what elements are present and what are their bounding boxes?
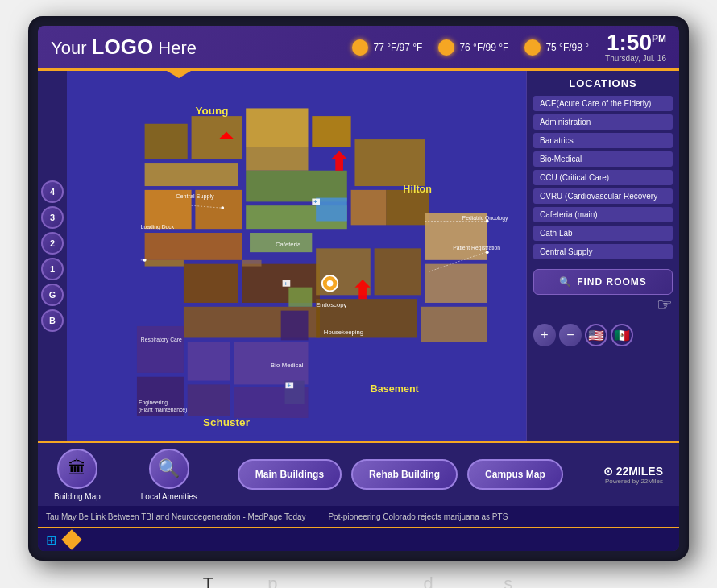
svg-rect-22 bbox=[188, 384, 230, 416]
svg-rect-5 bbox=[246, 147, 308, 171]
floor-btn-b[interactable]: B bbox=[41, 309, 64, 332]
svg-rect-10 bbox=[246, 171, 347, 202]
floor-selector: 4 3 2 1 G B bbox=[38, 71, 67, 441]
svg-rect-19 bbox=[137, 326, 184, 373]
logo-area: Your LOGO Here bbox=[51, 35, 197, 60]
weather-item-2: 76 °F/99 °F bbox=[438, 39, 508, 56]
svg-rect-7 bbox=[354, 139, 425, 186]
ticker-text: Tau May Be Link Between TBI and Neurodeg… bbox=[46, 512, 508, 521]
location-cath-lab[interactable]: Cath Lab bbox=[533, 226, 673, 241]
location-central-supply[interactable]: Central Supply bbox=[533, 244, 673, 259]
local-amenities-btn[interactable]: 🔍 Local Amenities bbox=[141, 449, 197, 501]
svg-text:Young: Young bbox=[195, 105, 228, 117]
right-panel: LOCATIONS ACE(Acute Care of the Elderly)… bbox=[526, 71, 679, 441]
svg-text:Central Supply: Central Supply bbox=[176, 193, 214, 200]
logo-bold: LOGO bbox=[92, 35, 154, 59]
hospital-map-svg: Young Hilton Basement Schuster Cafeteria… bbox=[67, 71, 526, 441]
screen-inner: Your LOGO Here 77 °F/97 °F 76 °F/99 °F 7… bbox=[38, 26, 679, 551]
floor-btn-3[interactable]: 3 bbox=[41, 206, 64, 229]
building-map-label: Building Map bbox=[54, 492, 101, 501]
find-rooms-button[interactable]: 🔍 FIND ROOMS bbox=[533, 269, 673, 295]
svg-text:Hilton: Hilton bbox=[403, 184, 432, 195]
zoom-controls: + − 🇺🇸 🇲🇽 bbox=[533, 324, 673, 346]
svg-rect-9 bbox=[351, 190, 386, 225]
svg-point-46 bbox=[486, 251, 489, 254]
location-cvru[interactable]: CVRU (Cardiovascular Recovery bbox=[533, 188, 673, 204]
bottom-nav: 🏛 Building Map 🔍 Local Amenities Main Bu… bbox=[38, 441, 679, 506]
powered-by: ⊙ 22MILES Powered by 22Miles bbox=[603, 465, 663, 485]
weather-item-3: 75 °F/98 ° bbox=[524, 39, 589, 56]
svg-text:Bio-Medical: Bio-Medical bbox=[271, 362, 304, 369]
building-map-icon: 🏛 bbox=[57, 449, 97, 489]
svg-text:Engineering: Engineering bbox=[139, 400, 168, 406]
screen: Your LOGO Here 77 °F/97 °F 76 °F/99 °F 7… bbox=[28, 16, 689, 561]
map-area: Young Hilton Basement Schuster Cafeteria… bbox=[67, 71, 526, 441]
local-amenities-label: Local Amenities bbox=[141, 492, 197, 501]
header: Your LOGO Here 77 °F/97 °F 76 °F/99 °F 7… bbox=[38, 26, 679, 71]
svg-rect-3 bbox=[145, 163, 238, 186]
location-ace[interactable]: ACE(Acute Care of the Elderly) bbox=[533, 96, 673, 111]
svg-text:(Plant maintenance): (Plant maintenance) bbox=[139, 407, 187, 413]
time-block: 1:50PM Thursday, Jul. 16 bbox=[605, 31, 666, 63]
zoom-in-button[interactable]: + bbox=[533, 324, 556, 346]
svg-rect-1 bbox=[145, 124, 188, 159]
svg-rect-8 bbox=[386, 190, 429, 225]
sun-icon-1 bbox=[352, 39, 368, 56]
svg-point-42 bbox=[221, 206, 224, 209]
location-biomedical[interactable]: Bio-Medical bbox=[533, 151, 673, 167]
svg-rect-36 bbox=[242, 260, 261, 267]
time-date: Thursday, Jul. 16 bbox=[605, 54, 666, 63]
svg-rect-15 bbox=[145, 233, 242, 260]
building-map-btn[interactable]: 🏛 Building Map bbox=[54, 449, 101, 501]
locations-title: LOCATIONS bbox=[533, 77, 673, 89]
hand-cursor-icon: ☞ bbox=[533, 295, 673, 316]
main-buildings-btn[interactable]: Main Buildings bbox=[238, 459, 342, 490]
svg-rect-4 bbox=[246, 108, 308, 147]
svg-text:Housekeeping: Housekeeping bbox=[324, 329, 363, 336]
campus-map-btn[interactable]: Campus Map bbox=[467, 459, 563, 490]
svg-rect-2 bbox=[192, 116, 242, 159]
svg-rect-27 bbox=[375, 248, 421, 295]
svg-rect-21 bbox=[188, 342, 230, 380]
svg-rect-6 bbox=[312, 116, 350, 147]
svg-text:Respiratory Care: Respiratory Care bbox=[141, 337, 182, 343]
flag-mexico[interactable]: 🇲🇽 bbox=[611, 324, 633, 346]
local-amenities-icon: 🔍 bbox=[149, 449, 189, 489]
weather-time: 77 °F/97 °F 76 °F/99 °F 75 °F/98 ° 1:50P… bbox=[352, 31, 666, 63]
floor-btn-g[interactable]: G bbox=[41, 284, 64, 306]
flag-usa[interactable]: 🇺🇸 bbox=[585, 324, 607, 346]
svg-text:Loading Dock: Loading Dock bbox=[141, 224, 175, 230]
logo-text: Your LOGO Here bbox=[51, 35, 197, 60]
sun-icon-2 bbox=[438, 39, 454, 56]
svg-text:Pediatric Oncology: Pediatric Oncology bbox=[462, 215, 508, 222]
svg-text:+: + bbox=[284, 280, 288, 288]
weather-item-1: 77 °F/97 °F bbox=[352, 39, 422, 56]
caption: T____ p____________ d______s bbox=[203, 574, 514, 588]
floor-btn-2[interactable]: 2 bbox=[41, 232, 64, 255]
svg-rect-31 bbox=[421, 307, 487, 342]
footer-bar: ⊞ bbox=[38, 527, 679, 551]
location-bariatrics[interactable]: Bariatrics bbox=[533, 133, 673, 148]
time-display: 1:50PM bbox=[605, 31, 666, 54]
main-content: 4 3 2 1 G B bbox=[38, 71, 679, 441]
zoom-out-button[interactable]: − bbox=[559, 324, 582, 346]
sun-icon-3 bbox=[524, 39, 541, 56]
svg-text:Endoscopy: Endoscopy bbox=[316, 301, 346, 308]
location-ccu[interactable]: CCU (Critical Care) bbox=[533, 170, 673, 185]
svg-rect-32 bbox=[316, 198, 347, 222]
news-ticker: Tau May Be Link Between TBI and Neurodeg… bbox=[38, 506, 679, 527]
location-admin[interactable]: Administration bbox=[533, 114, 673, 130]
svg-text:+: + bbox=[287, 382, 291, 389]
nav-right-buttons: Main Buildings Rehab Building Campus Map bbox=[238, 459, 563, 490]
windows-icon: ⊞ bbox=[46, 532, 56, 548]
svg-rect-35 bbox=[145, 260, 184, 267]
svg-rect-30 bbox=[425, 264, 487, 303]
svg-point-41 bbox=[327, 280, 334, 287]
location-cafeteria[interactable]: Cafeteria (main) bbox=[533, 207, 673, 222]
svg-rect-34 bbox=[288, 288, 312, 307]
svg-rect-16 bbox=[184, 264, 238, 303]
rehab-building-btn[interactable]: Rehab Building bbox=[351, 459, 458, 490]
svg-rect-25 bbox=[281, 311, 309, 341]
floor-btn-4[interactable]: 4 bbox=[41, 180, 64, 203]
floor-btn-1[interactable]: 1 bbox=[41, 258, 64, 280]
